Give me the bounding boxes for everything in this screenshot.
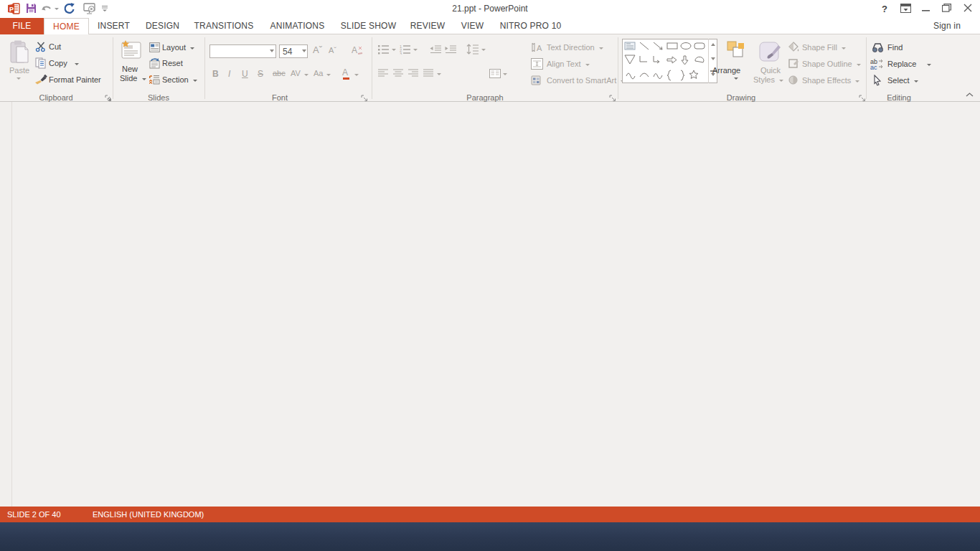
svg-text:A: A: [537, 44, 542, 52]
svg-text:A: A: [352, 45, 357, 55]
svg-text:ac: ac: [870, 64, 877, 70]
svg-text:?: ?: [882, 4, 887, 14]
svg-text:3: 3: [400, 52, 402, 55]
